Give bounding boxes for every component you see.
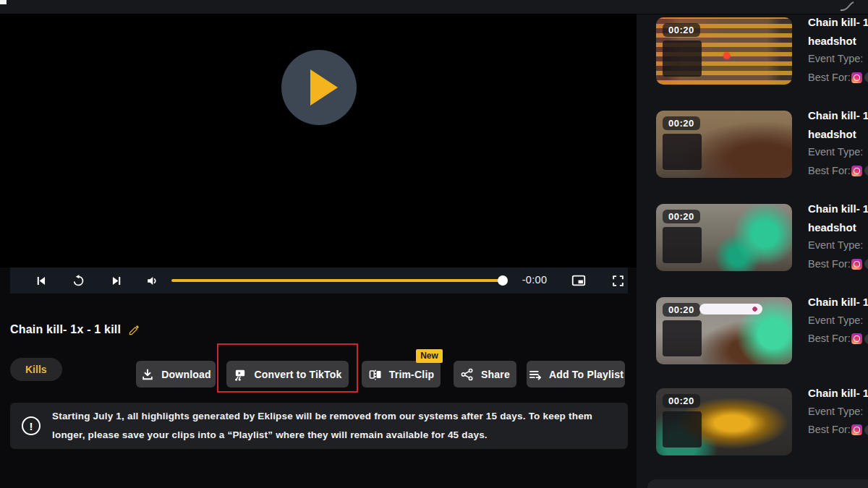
tiktok-icon xyxy=(864,166,868,176)
event-type-label: Event Type: xyxy=(808,50,868,69)
share-label: Share xyxy=(481,369,510,380)
facecam-overlay xyxy=(663,320,702,356)
download-label: Download xyxy=(161,369,210,380)
event-type-label: Event Type: xyxy=(808,403,868,421)
video-player[interactable]: -0:00 xyxy=(0,14,637,267)
retention-notice: ! Starting July 1, all highlights genera… xyxy=(10,403,628,449)
instagram-icon xyxy=(851,72,862,83)
pip-button[interactable] xyxy=(570,273,587,288)
best-for-row: Best For: xyxy=(808,162,868,181)
clip-title: Chain kill- 1x - 1 kill xyxy=(10,323,121,336)
clip-meta: Chain kill- 1 Event Type: Best For: xyxy=(808,293,868,364)
duration-badge: 00:20 xyxy=(663,303,700,317)
top-bar xyxy=(0,0,868,14)
volume-button[interactable] xyxy=(145,273,159,288)
next-button[interactable] xyxy=(109,273,124,288)
share-icon xyxy=(460,367,475,382)
add-to-playlist-label: Add To Playlist xyxy=(549,369,624,380)
clip-list-item[interactable]: 00:20 Chain kill- 1 headshot Event Type:… xyxy=(656,204,868,273)
profile-icon[interactable] xyxy=(839,0,855,12)
best-for-row: Best For: xyxy=(808,69,868,87)
duration-badge: 00:20 xyxy=(663,394,700,408)
clip-title-row: Chain kill- 1x - 1 kill xyxy=(10,323,140,336)
instagram-icon xyxy=(851,424,862,435)
best-for-label: Best For: xyxy=(808,421,851,440)
clip-item-title: Chain kill- 1 xyxy=(808,106,868,125)
trim-clip-button[interactable]: Trim-Clip xyxy=(362,361,441,388)
clip-thumbnail[interactable]: 00:20 xyxy=(656,204,792,271)
window-corner-fragment xyxy=(0,0,7,4)
clip-item-title: Chain kill- 1 xyxy=(808,384,868,403)
notice-text: Starting July 1, all highlights generate… xyxy=(52,407,592,445)
best-for-label: Best For: xyxy=(808,255,851,274)
convert-to-tiktok-label: Convert to TikTok xyxy=(254,369,341,380)
tiktok-icon xyxy=(864,425,868,435)
tag-kills[interactable]: Kills xyxy=(10,358,62,381)
tiktok-icon xyxy=(864,72,868,82)
share-button[interactable]: Share xyxy=(454,361,516,388)
facecam-overlay xyxy=(663,227,702,263)
clip-list-item[interactable]: 00:20 Chain kill- 1 Event Type: Best For… xyxy=(656,297,868,364)
progress-knob[interactable] xyxy=(498,275,508,286)
skip-next-icon xyxy=(110,274,124,288)
clip-meta: Chain kill- 1 headshot Event Type: Best … xyxy=(808,106,868,180)
event-type-label: Event Type: xyxy=(808,143,868,162)
clip-list-item[interactable]: 00:20 Chain kill- 1 Event Type: Best For… xyxy=(656,388,868,455)
progress-bar[interactable] xyxy=(171,279,503,282)
convert-tiktok-icon xyxy=(233,367,247,382)
clip-item-title: Chain kill- 1 xyxy=(808,200,868,218)
best-for-row: Best For: xyxy=(808,421,868,440)
notice-line-1: Starting July 1, all highlights generate… xyxy=(52,407,592,426)
duration-badge: 00:20 xyxy=(663,116,700,130)
tiktok-icon xyxy=(864,259,868,269)
clip-item-title: Chain kill- 1 xyxy=(808,13,868,32)
replay-button[interactable] xyxy=(71,273,85,288)
clip-item-title: Chain kill- 1 xyxy=(808,484,868,488)
fullscreen-button[interactable] xyxy=(610,273,625,288)
best-for-label: Best For: xyxy=(808,330,851,348)
play-button[interactable] xyxy=(281,50,357,125)
event-type-label: Event Type: xyxy=(808,312,868,330)
tiktok-icon xyxy=(864,334,868,344)
duration-badge: 00:20 xyxy=(663,23,700,37)
edit-pencil-icon[interactable] xyxy=(128,324,140,336)
clip-meta: Chain kill- 1 headshot Event Type: Best … xyxy=(808,200,868,273)
trim-clip-icon xyxy=(368,367,383,382)
eklipse-clip-page: -0:00 Chain kill- 1x - 1 kill Kills Down… xyxy=(0,0,868,488)
previous-button[interactable] xyxy=(33,273,48,288)
convert-to-tiktok-button[interactable]: Convert to TikTok xyxy=(226,361,349,388)
add-to-playlist-icon xyxy=(528,367,542,382)
clip-list-item[interactable]: 00:20 Chain kill- 1 headshot Event Type:… xyxy=(656,17,868,87)
clip-thumbnail[interactable]: 00:20 xyxy=(656,17,792,85)
skip-previous-icon xyxy=(34,274,48,288)
volume-icon xyxy=(145,274,159,288)
clip-thumbnail[interactable]: 00:20 xyxy=(656,388,792,455)
clip-thumbnail[interactable]: 00:20 xyxy=(656,111,792,178)
best-for-row: Best For: xyxy=(808,255,868,274)
clip-item-subtitle: headshot xyxy=(808,32,868,51)
clip-item-subtitle: headshot xyxy=(808,218,868,237)
facecam-overlay xyxy=(663,411,702,448)
clip-list-item[interactable]: 00:20 Chain kill- 1 headshot Event Type:… xyxy=(656,111,868,180)
play-icon xyxy=(310,69,338,106)
notice-line-2: longer, please save your clips into a “P… xyxy=(52,426,592,445)
picture-in-picture-icon xyxy=(571,273,587,288)
trim-clip-label: Trim-Clip xyxy=(389,369,434,380)
time-remaining: -0:00 xyxy=(512,274,557,286)
exclamation-icon: ! xyxy=(22,416,41,435)
clip-meta: Chain kill- 1 Event Type: Best For: xyxy=(808,484,868,488)
clip-meta: Chain kill- 1 headshot Event Type: Best … xyxy=(808,13,868,87)
add-to-playlist-button[interactable]: Add To Playlist xyxy=(527,361,625,388)
duration-badge: 00:20 xyxy=(663,210,700,223)
clip-list-item[interactable]: 00:20 Chain kill- 1 Event Type: Best For… xyxy=(647,479,868,488)
best-for-label: Best For: xyxy=(808,69,851,87)
player-controls-bar: -0:00 xyxy=(10,267,628,294)
clip-thumbnail[interactable]: 00:20 xyxy=(656,297,792,364)
best-for-row: Best For: xyxy=(808,330,868,348)
clip-meta: Chain kill- 1 Event Type: Best For: xyxy=(808,384,868,455)
download-button[interactable]: Download xyxy=(136,361,216,388)
facecam-overlay xyxy=(663,134,702,170)
clip-item-title: Chain kill- 1 xyxy=(808,293,868,312)
clip-item-subtitle: headshot xyxy=(808,125,868,144)
replay-icon xyxy=(72,274,85,288)
